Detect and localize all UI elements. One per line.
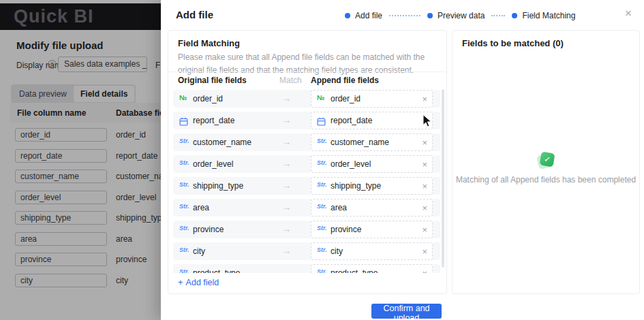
- divider: [168, 71, 446, 72]
- step-add-file[interactable]: Add file: [345, 11, 382, 20]
- add-file-modal: Add file Add filePreview dataField Match…: [161, 0, 644, 320]
- step-connector: [389, 15, 420, 16]
- number-type-icon: №: [179, 94, 187, 101]
- step-dot-icon: [512, 13, 517, 18]
- append-field-name: province: [331, 225, 361, 234]
- append-field-box[interactable]: Str.province×: [311, 221, 433, 238]
- column-header-append-fields: Append file fields: [311, 76, 379, 85]
- original-field-name: area: [193, 203, 209, 212]
- match-arrow-icon: →: [282, 180, 291, 191]
- remove-append-field-icon[interactable]: ×: [422, 138, 427, 148]
- string-type-icon: Str.: [179, 225, 189, 231]
- append-field-name: report_date: [331, 116, 372, 125]
- field-matching-row: Str.order_level→Str.order_level×: [173, 155, 440, 173]
- match-arrow-icon: →: [282, 137, 291, 147]
- append-field-name: area: [331, 203, 347, 212]
- string-type-icon: Str.: [179, 203, 189, 210]
- string-type-icon: Str.: [179, 138, 189, 144]
- column-header-original-fields: Original file fields: [178, 76, 247, 85]
- field-matching-row: Str.product_type→Str.product_type×: [173, 264, 440, 273]
- append-field-name: product_type: [331, 268, 378, 273]
- field-matching-title: Field Matching: [178, 38, 240, 48]
- match-arrow-icon: →: [282, 159, 291, 169]
- step-label: Add file: [355, 11, 382, 20]
- field-matching-row: Str.customer_name→Str.customer_name×: [173, 133, 440, 151]
- matching-complete-icon: ✓: [537, 152, 555, 170]
- number-type-icon: №: [317, 94, 324, 101]
- match-arrow-icon: →: [282, 93, 291, 103]
- remove-append-field-icon[interactable]: ×: [422, 181, 427, 191]
- original-field-name: shipping_type: [193, 181, 243, 191]
- original-field-name: product_type: [193, 268, 240, 273]
- original-field-name: city: [193, 246, 205, 256]
- field-matching-row: Str.shipping_type→Str.shipping_type×: [173, 177, 440, 195]
- wizard-stepper: Add filePreview dataField Matching: [345, 11, 575, 20]
- field-matching-row: Str.area→Str.area×: [173, 199, 440, 217]
- string-type-icon: Str.: [317, 246, 327, 253]
- field-matching-list: №order_id→№order_id×report_date→report_d…: [168, 88, 446, 273]
- field-matching-row: Str.city→Str.city×: [173, 242, 440, 260]
- field-matching-row: №order_id→№order_id×: [173, 90, 440, 108]
- string-type-icon: Str.: [179, 181, 189, 188]
- string-type-icon: Str.: [317, 159, 327, 166]
- string-type-icon: Str.: [179, 159, 189, 166]
- append-field-box[interactable]: Str.order_level×: [311, 155, 433, 173]
- step-field-matching[interactable]: Field Matching: [512, 11, 575, 20]
- matching-complete-message: Matching of all Append fields has been c…: [453, 175, 639, 185]
- string-type-icon: Str.: [317, 203, 327, 210]
- append-field-box[interactable]: Str.area×: [311, 199, 433, 217]
- string-type-icon: Str.: [317, 138, 327, 144]
- field-matching-row: Str.province→Str.province×: [173, 221, 440, 238]
- confirm-and-upload-button[interactable]: Confirm and upload: [371, 304, 442, 319]
- append-field-box[interactable]: Str.customer_name×: [311, 133, 433, 151]
- remove-append-field-icon[interactable]: ×: [422, 225, 427, 235]
- match-arrow-icon: →: [282, 268, 291, 273]
- append-field-name: order_level: [331, 159, 371, 169]
- field-matching-description: Please make sure that all Append file fi…: [178, 51, 433, 76]
- append-field-box[interactable]: Str.product_type×: [311, 264, 433, 273]
- remove-append-field-icon[interactable]: ×: [422, 203, 427, 213]
- string-type-icon: Str.: [317, 225, 327, 231]
- match-arrow-icon: →: [282, 224, 291, 234]
- original-field-name: customer_name: [193, 138, 251, 147]
- step-connector: [491, 15, 505, 16]
- scrollbar-thumb[interactable]: [442, 89, 444, 268]
- close-icon[interactable]: ×: [621, 6, 636, 21]
- append-field-name: customer_name: [331, 138, 389, 147]
- append-field-box[interactable]: Str.city×: [311, 242, 433, 260]
- step-dot-icon: [345, 13, 350, 18]
- remove-append-field-icon[interactable]: ×: [422, 268, 427, 273]
- append-field-box[interactable]: report_date×: [311, 112, 433, 129]
- string-type-icon: Str.: [317, 268, 327, 273]
- field-matching-row: report_date→report_date×: [173, 112, 440, 129]
- append-field-name: city: [331, 246, 343, 256]
- field-matching-panel: Field Matching Please make sure that all…: [168, 30, 447, 294]
- match-arrow-icon: →: [282, 115, 291, 125]
- add-field-label: Add field: [186, 278, 219, 287]
- original-field-name: province: [193, 225, 224, 234]
- modal-title: Add file: [176, 9, 213, 20]
- fields-to-be-matched-title: Fields to be matched (0): [462, 38, 564, 48]
- add-field-button[interactable]: +Add field: [178, 277, 219, 287]
- step-label: Field Matching: [522, 11, 575, 20]
- append-field-name: shipping_type: [331, 181, 381, 191]
- plus-icon: +: [178, 277, 183, 287]
- string-type-icon: Str.: [179, 268, 189, 273]
- remove-append-field-icon[interactable]: ×: [422, 94, 427, 104]
- original-field-name: report_date: [193, 116, 234, 125]
- original-field-name: order_id: [193, 94, 223, 103]
- fields-to-be-matched-panel: Fields to be matched (0) ✓ Matching of a…: [452, 30, 640, 294]
- append-field-name: order_id: [331, 94, 361, 103]
- step-dot-icon: [427, 13, 433, 18]
- remove-append-field-icon[interactable]: ×: [422, 159, 427, 170]
- match-arrow-icon: →: [282, 202, 291, 212]
- step-preview-data[interactable]: Preview data: [427, 11, 485, 20]
- string-type-icon: Str.: [317, 181, 327, 188]
- append-field-box[interactable]: Str.shipping_type×: [311, 177, 433, 195]
- check-icon: ✓: [540, 152, 555, 167]
- remove-append-field-icon[interactable]: ×: [422, 246, 427, 257]
- string-type-icon: Str.: [179, 246, 189, 253]
- append-field-box[interactable]: №order_id×: [311, 90, 433, 108]
- column-header-match: Match: [279, 76, 302, 85]
- date-type-icon: [317, 116, 326, 128]
